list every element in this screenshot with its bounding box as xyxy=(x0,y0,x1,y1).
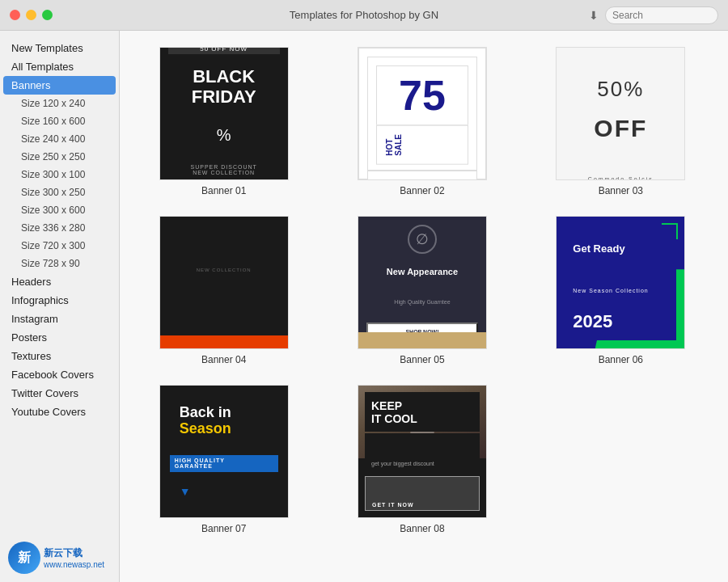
b02-top-row: 75 HOT SALE xyxy=(367,57,477,171)
watermark-line2: www.newasp.net xyxy=(44,560,104,569)
b01-tag: 50 OFF NOW xyxy=(168,47,280,54)
banner-08-label: Banner 08 xyxy=(400,523,444,534)
sidebar-item-headers[interactable]: Headers xyxy=(0,272,119,291)
b02-sub: NEW COLLECTION xyxy=(367,171,477,180)
banner-grid: 50 OFF NOW BLACKFRIDAY % SUPPER DISCOUNT… xyxy=(133,47,712,534)
b08-sub: get your biggest discount xyxy=(365,433,480,473)
banner-01-label: Banner 01 xyxy=(201,185,246,196)
b07-guarantee: HIGH QUALITYGARANTEE xyxy=(170,455,278,472)
sidebar-item-size-336x280[interactable]: Size 336 x 280 xyxy=(0,219,119,237)
banner-03-preview: 50% OFF Commodo Solcis COMMODO SOLCIS xyxy=(557,48,684,179)
banner-07-label: Banner 07 xyxy=(201,523,246,534)
sidebar-item-size-160x600[interactable]: Size 160 x 600 xyxy=(0,112,119,130)
sidebar-item-size-120x240[interactable]: Size 120 x 240 xyxy=(0,95,119,112)
maximize-button[interactable] xyxy=(42,10,53,20)
b08-keep: KEEPIT COOL xyxy=(365,392,480,432)
b03-off-block: 50% OFF xyxy=(563,57,678,162)
banner-item-07[interactable]: Back inSeason HIGH QUALITYGARANTEE ▼ Ban… xyxy=(133,385,315,534)
banner-thumb-06[interactable]: Get Ready New Season Collection 2025 xyxy=(556,216,685,349)
sidebar-item-instagram[interactable]: Instagram xyxy=(0,310,119,328)
watermark-text: 新云下载 www.newasp.net xyxy=(44,546,104,569)
banner-item-08[interactable]: KEEPIT COOL get your biggest discount GE… xyxy=(331,385,513,534)
b06-get: Get Ready xyxy=(565,225,676,264)
b05-sub: High Quality Guarntee xyxy=(366,289,478,314)
b06-sub: New Season Collection xyxy=(565,264,676,302)
banner-03-label: Banner 03 xyxy=(599,185,643,196)
b03-brand: Commodo Solcis xyxy=(563,167,678,180)
watermark-line1: 新云下载 xyxy=(44,546,104,560)
b01-sub: SUPPER DISCOUNTNEW COLLECTION xyxy=(168,156,280,180)
sidebar-item-size-300x600[interactable]: Size 300 x 600 xyxy=(0,201,119,219)
window-title: Templates for Photoshop by GN xyxy=(290,9,438,21)
sidebar-item-size-240x400[interactable]: Size 240 x 400 xyxy=(0,130,119,148)
banner-08-preview: KEEPIT COOL get your biggest discount GE… xyxy=(358,386,486,517)
banner-thumb-02[interactable]: 75 HOT SALE NEW COLLECTION 50 OFF NOW xyxy=(358,47,487,180)
sidebar-item-twitter-covers[interactable]: Twitter Covers xyxy=(0,384,119,403)
b01-pct: % xyxy=(168,118,280,153)
sidebar-item-all-templates[interactable]: All Templates xyxy=(0,57,119,76)
banner-thumb-05[interactable]: ∅ New Appearance High Quality Guarntee S… xyxy=(358,216,487,349)
b05-title: New Appearance xyxy=(366,259,478,285)
b05-circle: ∅ xyxy=(408,225,437,254)
sidebar: New TemplatesAll TemplatesBannersSize 12… xyxy=(0,31,120,582)
b04-sub: NEW COLLECTION xyxy=(160,216,288,335)
banner-item-02[interactable]: 75 HOT SALE NEW COLLECTION 50 OFF NOW Ba… xyxy=(331,47,513,196)
banner-05-preview: ∅ New Appearance High Quality Guarntee S… xyxy=(358,217,486,348)
content-area: 50 OFF NOW BLACKFRIDAY % SUPPER DISCOUNT… xyxy=(120,31,728,582)
close-button[interactable] xyxy=(10,10,20,20)
search-input[interactable] xyxy=(605,6,718,24)
b06-year: 2025 xyxy=(565,302,676,340)
b02-hot-sale: HOT SALE xyxy=(376,125,468,165)
banner-thumb-07[interactable]: Back inSeason HIGH QUALITYGARANTEE ▼ xyxy=(159,385,289,518)
download-icon: ⬇ xyxy=(589,9,599,22)
window-controls xyxy=(10,10,53,20)
b02-num: 75 xyxy=(376,65,468,125)
b07-text: Back inSeason xyxy=(170,395,278,447)
watermark-logo: 新 xyxy=(8,542,40,574)
banner-05-label: Banner 05 xyxy=(400,354,444,365)
sidebar-item-new-templates[interactable]: New Templates xyxy=(0,39,119,57)
sidebar-item-textures[interactable]: Textures xyxy=(0,347,119,365)
titlebar: Templates for Photoshop by GN ⬇ xyxy=(0,0,728,31)
b08-btn[interactable]: GET IT NOW xyxy=(365,476,480,511)
sidebar-item-banners[interactable]: Banners xyxy=(3,76,116,95)
sidebar-item-facebook-covers[interactable]: Facebook Covers xyxy=(0,365,119,384)
banner-thumb-04[interactable]: end of season 25%OFF NEW COLLECTION xyxy=(159,216,289,349)
watermark: 新 新云下载 www.newasp.net xyxy=(8,542,104,574)
banner-04-preview: end of season 25%OFF NEW COLLECTION xyxy=(160,217,288,348)
banner-02-preview: 75 HOT SALE NEW COLLECTION 50 OFF NOW xyxy=(358,48,486,179)
sidebar-item-size-250x250[interactable]: Size 250 x 250 xyxy=(0,148,119,166)
banner-06-label: Banner 06 xyxy=(599,354,643,365)
banner-item-01[interactable]: 50 OFF NOW BLACKFRIDAY % SUPPER DISCOUNT… xyxy=(133,47,315,196)
banner-thumb-08[interactable]: KEEPIT COOL get your biggest discount GE… xyxy=(358,385,487,518)
banner-02-label: Banner 02 xyxy=(400,185,444,196)
titlebar-right: ⬇ xyxy=(589,6,718,24)
b01-main: BLACKFRIDAY xyxy=(168,59,280,114)
minimize-button[interactable] xyxy=(26,10,36,20)
banner-item-05[interactable]: ∅ New Appearance High Quality Guarntee S… xyxy=(331,216,513,365)
sidebar-item-infographics[interactable]: Infographics xyxy=(0,291,119,310)
banner-01-preview: 50 OFF NOW BLACKFRIDAY % SUPPER DISCOUNT… xyxy=(160,48,288,179)
sidebar-item-size-300x100[interactable]: Size 300 x 100 xyxy=(0,166,119,183)
banner-item-06[interactable]: Get Ready New Season Collection 2025 Ban… xyxy=(530,216,712,365)
b07-arrow: ▼ xyxy=(170,475,278,508)
b05-strip xyxy=(358,332,486,348)
sidebar-item-size-728x90[interactable]: Size 728 x 90 xyxy=(0,255,119,272)
banner-thumb-03[interactable]: 50% OFF Commodo Solcis COMMODO SOLCIS xyxy=(556,47,685,180)
banner-item-03[interactable]: 50% OFF Commodo Solcis COMMODO SOLCIS Ba… xyxy=(530,47,712,196)
banner-item-04[interactable]: end of season 25%OFF NEW COLLECTION Bann… xyxy=(133,216,315,365)
banner-04-label: Banner 04 xyxy=(201,354,246,365)
b03-off: OFF xyxy=(569,105,671,152)
sidebar-item-size-720x300[interactable]: Size 720 x 300 xyxy=(0,237,119,255)
banner-thumb-01[interactable]: 50 OFF NOW BLACKFRIDAY % SUPPER DISCOUNT… xyxy=(159,47,289,180)
sidebar-item-posters[interactable]: Posters xyxy=(0,328,119,347)
sidebar-item-youtube-covers[interactable]: Youtube Covers xyxy=(0,403,119,421)
banner-06-preview: Get Ready New Season Collection 2025 xyxy=(557,217,684,348)
main-layout: New TemplatesAll TemplatesBannersSize 12… xyxy=(0,31,728,582)
sidebar-item-size-300x250[interactable]: Size 300 x 250 xyxy=(0,183,119,201)
banner-07-preview: Back inSeason HIGH QUALITYGARANTEE ▼ xyxy=(160,386,288,517)
